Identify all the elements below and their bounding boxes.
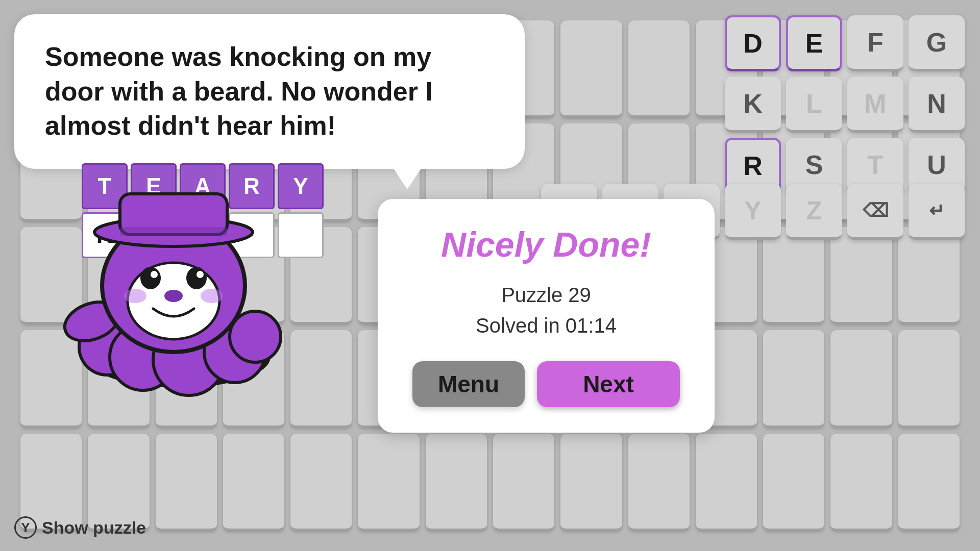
mascot-character	[31, 184, 327, 398]
speech-text: Someone was knocking on my door with a b…	[45, 42, 433, 140]
puzzle-number: Puzzle 29	[408, 280, 684, 310]
svg-point-16	[124, 289, 146, 303]
y-button-icon: Y	[14, 516, 37, 539]
nicely-done-title: Nicely Done!	[408, 224, 684, 264]
svg-point-13	[151, 271, 158, 278]
puzzle-info: Puzzle 29 Solved in 01:14	[408, 280, 684, 341]
svg-point-12	[186, 267, 207, 289]
key-D[interactable]: D	[725, 15, 781, 71]
key-M[interactable]: M	[847, 77, 903, 133]
key-L[interactable]: L	[786, 77, 842, 133]
key-Y[interactable]: Y	[725, 184, 781, 240]
solve-time: Solved in 01:14	[408, 310, 684, 341]
next-button[interactable]: Next	[537, 361, 680, 407]
key-F[interactable]: F	[847, 15, 903, 71]
speech-bubble: Someone was knocking on my door with a b…	[14, 14, 525, 169]
key-E[interactable]: E	[786, 15, 842, 71]
svg-rect-18	[120, 227, 227, 236]
result-buttons: Menu Next	[408, 361, 684, 407]
menu-button[interactable]: Menu	[412, 361, 525, 407]
key-backspace[interactable]: ⌫	[847, 184, 903, 240]
svg-point-14	[197, 271, 204, 278]
svg-point-15	[164, 290, 183, 302]
letter-keyboard: D E F G K L M N R S T U	[725, 15, 965, 194]
key-G[interactable]: G	[909, 15, 965, 71]
key-N[interactable]: N	[909, 77, 965, 133]
key-K[interactable]: K	[725, 77, 781, 133]
svg-point-17	[201, 289, 223, 303]
key-enter[interactable]: ↵	[909, 184, 965, 240]
show-puzzle-label: Show puzzle	[42, 518, 146, 538]
svg-point-11	[140, 267, 161, 289]
result-panel: Nicely Done! Puzzle 29 Solved in 01:14 M…	[378, 199, 715, 433]
show-puzzle-hint[interactable]: Y Show puzzle	[14, 516, 146, 539]
main-content: Someone was knocking on my door with a b…	[0, 0, 980, 551]
key-Z[interactable]: Z	[786, 184, 842, 240]
